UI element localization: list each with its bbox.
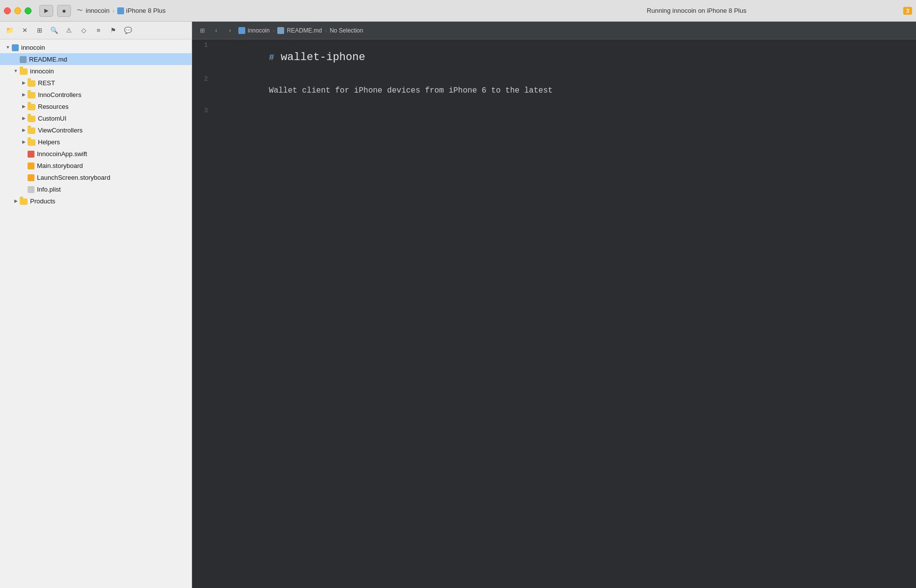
breadcrumb-sep-3: › (325, 28, 327, 33)
file-tree: ▼ innocoin README.md ▼ innocoin (0, 39, 192, 209)
resources-name: Resources (38, 103, 68, 110)
tree-item-rest[interactable]: ▶ REST (0, 77, 192, 89)
code-line-2: 2 Wallet client for iPhone devices from … (192, 73, 916, 105)
warning-area: 3 (903, 7, 912, 15)
folder-viewcontrollers-icon (28, 126, 35, 133)
viewcontrollers-name: ViewControllers (38, 127, 83, 134)
breadcrumb-sep-1: › (112, 8, 114, 14)
tree-item-innocoinapp[interactable]: InnocoinApp.swift (0, 148, 192, 160)
plist-icon (28, 185, 34, 193)
tree-root-innocoin[interactable]: ▼ innocoin (0, 41, 192, 53)
products-name: Products (30, 197, 55, 205)
navigator-warning-btn[interactable]: ⚠ (62, 24, 76, 37)
navigator-folder-btn[interactable]: 📁 (3, 24, 17, 37)
breadcrumb-project-name: innocoin (248, 27, 270, 34)
breadcrumb-readme-name: README.md (287, 27, 322, 34)
markdown-icon (20, 55, 27, 63)
innocontrollers-name: InnoControllers (38, 91, 81, 98)
innocoinapp-name: InnocoinApp.swift (37, 150, 87, 158)
project-name: innocoin (86, 7, 109, 14)
expand-arrow-root: ▼ (4, 45, 12, 50)
sidebar: 📁 ✕ ⊞ 🔍 ⚠ ◇ ≡ ⚑ 💬 ▼ innocoin (0, 22, 192, 588)
expand-arrow-helpers: ▶ (20, 139, 28, 144)
folder-customui-icon (28, 114, 35, 122)
minimize-button[interactable] (14, 7, 21, 14)
expand-arrow-innocoin: ▼ (12, 68, 20, 73)
maximize-button[interactable] (25, 7, 32, 14)
editor-back-btn[interactable]: ‹ (211, 25, 222, 36)
breadcrumb-md-icon (277, 27, 284, 34)
navigator-layout-btn[interactable]: ⊞ (33, 24, 46, 37)
navigator-breakpoint-btn[interactable]: ⚑ (106, 24, 120, 37)
infoplist-name: Info.plist (37, 186, 61, 193)
line-content-1: # wallet-iphone (216, 39, 365, 73)
tree-item-resources[interactable]: ▶ Resources (0, 100, 192, 112)
titlebar-controls: ▶ ■ (39, 5, 71, 17)
content-area: 📁 ✕ ⊞ 🔍 ⚠ ◇ ≡ ⚑ 💬 ▼ innocoin (0, 22, 916, 588)
folder-products-icon (20, 197, 28, 204)
device-icon (117, 7, 124, 14)
breadcrumb-sep-2: › (273, 28, 275, 33)
title-bar: ▶ ■ 〜 innocoin › iPhone 8 Plus Running i… (0, 0, 916, 22)
navigator-cross-btn[interactable]: ✕ (18, 24, 32, 37)
expand-arrow-products: ▶ (12, 198, 20, 203)
storyboard-icon (28, 162, 34, 169)
helpers-name: Helpers (38, 138, 60, 146)
code-line-1: 1 # wallet-iphone (192, 39, 916, 73)
launchscreen-icon (28, 173, 34, 181)
navigator-debug-btn[interactable]: ≡ (92, 24, 105, 37)
tree-item-viewcontrollers[interactable]: ▶ ViewControllers (0, 124, 192, 136)
tree-item-infoplist[interactable]: Info.plist (0, 183, 192, 195)
code-editor[interactable]: 1 # wallet-iphone 2 Wallet client for iP… (192, 39, 916, 588)
tree-item-customui[interactable]: ▶ CustomUI (0, 112, 192, 124)
folder-innocontrollers-icon (28, 91, 35, 98)
line-content-2: Wallet client for iPhone devices from iP… (216, 73, 553, 105)
device-name: iPhone 8 Plus (126, 7, 165, 14)
project-breadcrumb: 〜 innocoin › iPhone 8 Plus (77, 6, 490, 15)
expand-arrow-resources: ▶ (20, 104, 28, 109)
rest-name: REST (38, 79, 55, 87)
root-name: innocoin (21, 44, 45, 51)
tree-item-helpers[interactable]: ▶ Helpers (0, 136, 192, 148)
navigator-search-btn[interactable]: 🔍 (47, 24, 61, 37)
navigator-report-btn[interactable]: 💬 (121, 24, 135, 37)
editor-area: ⊞ ‹ › innocoin › README.md › No Selectio… (192, 22, 916, 588)
readme-name: README.md (29, 56, 67, 63)
tree-item-products[interactable]: ▶ Products (0, 195, 192, 207)
editor-nav-grid-btn[interactable]: ⊞ (197, 25, 208, 36)
tree-item-innocoin-folder[interactable]: ▼ innocoin (0, 65, 192, 77)
expand-arrow-viewcontrollers: ▶ (20, 128, 28, 132)
heading-text: wallet-iphone (274, 51, 365, 64)
tree-item-readme[interactable]: README.md (0, 53, 192, 65)
editor-forward-btn[interactable]: › (225, 25, 235, 36)
expand-arrow-rest: ▶ (20, 80, 28, 85)
play-button[interactable]: ▶ (39, 5, 53, 17)
main-storyboard-name: Main.storyboard (37, 162, 83, 169)
customui-name: CustomUI (38, 115, 66, 122)
launchscreen-name: LaunchScreen.storyboard (37, 174, 110, 181)
line-number-1: 1 (192, 39, 216, 49)
tree-item-launchscreen[interactable]: LaunchScreen.storyboard (0, 171, 192, 183)
project-icon (12, 43, 19, 51)
folder-innocoin-icon (20, 67, 28, 74)
navigator-test-btn[interactable]: ◇ (77, 24, 91, 37)
xcode-icon: 〜 (77, 6, 83, 15)
breadcrumb-no-selection: No Selection (329, 27, 363, 34)
no-selection-text: No Selection (329, 27, 363, 34)
code-line-3: 3 (192, 105, 916, 119)
expand-arrow-customui: ▶ (20, 116, 28, 121)
tree-item-innocontrollers[interactable]: ▶ InnoControllers (0, 89, 192, 100)
close-button[interactable] (4, 7, 11, 14)
warning-badge: 3 (903, 7, 912, 15)
breadcrumb-innocoin: innocoin (238, 27, 270, 34)
stop-button[interactable]: ■ (57, 5, 71, 17)
expand-arrow-innocontrollers: ▶ (20, 92, 28, 97)
heading-hash: # (269, 53, 274, 63)
folder-helpers-icon (28, 138, 35, 145)
run-status: Running innocoin on iPhone 8 Plus (490, 7, 903, 14)
folder-resources-icon (28, 102, 35, 110)
nav-toolbar: 📁 ✕ ⊞ 🔍 ⚠ ◇ ≡ ⚑ 💬 (0, 22, 192, 39)
line2-text: Wallet client for iPhone devices from iP… (269, 86, 553, 95)
tree-item-main-storyboard[interactable]: Main.storyboard (0, 160, 192, 171)
breadcrumb-project-icon (238, 27, 245, 34)
